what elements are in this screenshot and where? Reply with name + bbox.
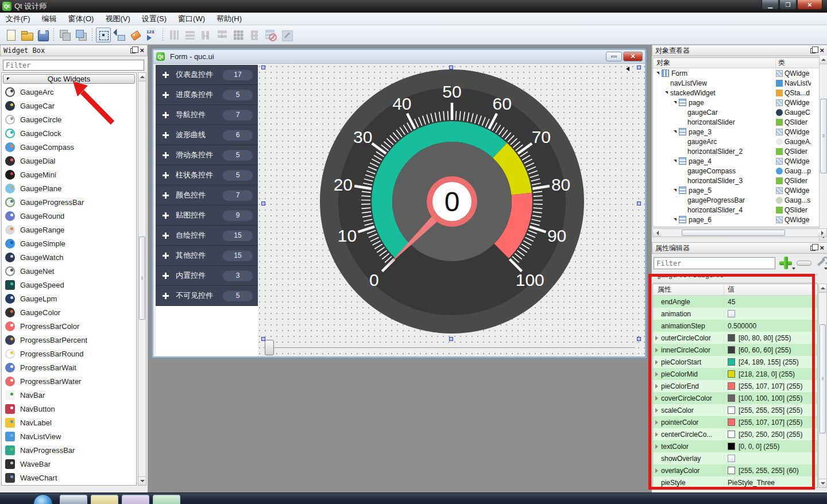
property-value-cell[interactable]: [255, 107, 107] (255) (724, 418, 817, 427)
tree-row[interactable]: horizontalSlider_3QSlider (653, 176, 826, 185)
tree-row[interactable]: page_3QWidge (653, 127, 826, 137)
widget-item[interactable]: ProgressBarPercent (2, 333, 136, 347)
nav-listview-widget[interactable]: 仪表盘控件17进度条控件5导航控件7波形曲线6滑动条控件5柱状条控件5颜色控件7… (156, 65, 258, 356)
nav-item[interactable]: 不可见控件5 (156, 286, 258, 306)
edit-widgets-icon[interactable] (96, 28, 111, 42)
widget-item[interactable]: GaugeMini (2, 168, 136, 181)
break-layout-icon[interactable] (263, 28, 278, 42)
restore-button[interactable]: ❐ (779, 0, 797, 10)
widget-item[interactable]: NavProgressBar (2, 443, 136, 457)
layout-grid-icon[interactable] (231, 28, 246, 42)
expander-icon[interactable] (655, 420, 658, 425)
widget-item[interactable]: WaveBar (2, 457, 136, 471)
expander-icon[interactable] (655, 396, 658, 401)
expander-icon[interactable] (655, 336, 658, 340)
widget-item[interactable]: GaugeColor (2, 305, 136, 319)
expander-icon[interactable] (655, 432, 658, 437)
configure-wrench-icon[interactable] (815, 256, 826, 267)
float-panel-icon[interactable] (810, 48, 816, 53)
form-titlebar[interactable]: Qt Form - quc.ui ✕ (153, 50, 645, 64)
expander-icon[interactable] (655, 372, 658, 377)
widget-item[interactable]: NavListView (2, 429, 136, 443)
property-row[interactable]: showOverlay (653, 452, 817, 464)
property-value-cell[interactable]: 0.500000 (724, 322, 817, 330)
tree-row[interactable]: gaugeProgressBarGaug...s (653, 195, 826, 205)
minimize-button[interactable]: ▁ (762, 0, 779, 10)
property-vscrollbar[interactable] (818, 284, 827, 488)
form-close-button[interactable]: ✕ (623, 52, 643, 61)
scroll-up-icon[interactable] (820, 56, 827, 64)
menu-item-0[interactable]: 文件(F) (0, 13, 36, 25)
nav-item[interactable]: 进度条控件5 (156, 85, 258, 105)
menu-item-6[interactable]: 帮助(H) (211, 13, 248, 25)
tree-row[interactable]: horizontalSliderQSlider (653, 117, 826, 127)
widget-item[interactable]: GaugeArc (2, 85, 136, 99)
widget-item[interactable]: GaugeCircle (2, 113, 136, 126)
selection-handle-icon[interactable] (261, 337, 265, 341)
column-value[interactable]: 值 (724, 285, 817, 294)
horizontal-slider-groove[interactable] (263, 347, 635, 348)
menu-item-4[interactable]: 设置(S) (136, 13, 172, 25)
expander-icon[interactable] (655, 384, 658, 389)
close-panel-icon[interactable]: × (820, 48, 824, 53)
widget-item[interactable]: GaugeDial (2, 154, 136, 168)
expander-icon[interactable] (674, 130, 677, 133)
widget-item[interactable]: GaugeCompass (2, 140, 136, 154)
tree-row[interactable]: navListViewNavListV (653, 78, 826, 88)
taskbar-app-button[interactable] (153, 495, 180, 504)
property-value-cell[interactable] (724, 310, 817, 317)
tree-row[interactable]: gaugeCarGaugeC... (653, 107, 826, 117)
widget-item[interactable]: ProgressBarRound (2, 347, 136, 360)
inspector-hscrollbar[interactable] (652, 228, 827, 237)
nav-item[interactable]: 颜色控件7 (156, 185, 258, 206)
property-row[interactable]: innerCircleColor[60, 60, 60] (255) (653, 344, 817, 356)
taskbar-app-button[interactable] (91, 495, 118, 504)
scroll-thumb[interactable] (820, 324, 826, 433)
edit-signals-slots-icon[interactable] (112, 28, 127, 42)
menu-item-3[interactable]: 视图(V) (99, 13, 136, 25)
tree-row[interactable]: pageQWidge (653, 98, 826, 107)
property-value-cell[interactable]: 45 (724, 298, 817, 306)
menu-item-2[interactable]: 窗体(O) (63, 13, 100, 25)
widget-item[interactable]: GaugeNet (2, 264, 136, 278)
close-panel-icon[interactable]: × (140, 48, 144, 53)
taskbar-app-button[interactable] (60, 495, 87, 504)
form-canvas[interactable]: 仪表盘控件17进度条控件5导航控件7波形曲线6滑动条控件5柱状条控件5颜色控件7… (153, 64, 645, 356)
scroll-up-icon[interactable] (138, 73, 146, 82)
widget-box-filter-input[interactable] (3, 60, 144, 71)
property-value-cell[interactable]: [80, 80, 80] (255) (724, 334, 817, 342)
checkbox[interactable] (728, 455, 735, 462)
send-backward-icon[interactable] (57, 28, 72, 42)
configure-dropdown-icon[interactable] (824, 267, 827, 270)
property-value-cell[interactable]: [218, 218, 0] (255) (724, 370, 817, 378)
taskbar-app-button[interactable] (122, 495, 149, 504)
property-row[interactable]: pieColorMid[218, 218, 0] (255) (653, 368, 817, 380)
property-row[interactable]: outerCircleColor[80, 80, 80] (255) (653, 332, 817, 344)
tree-row[interactable]: page_4QWidge (653, 156, 826, 166)
nav-item[interactable]: 贴图控件9 (156, 206, 258, 226)
close-panel-icon[interactable]: × (820, 245, 824, 251)
scroll-thumb[interactable] (820, 99, 827, 173)
nav-item[interactable]: 仪表盘控件17 (156, 65, 258, 85)
widget-group-header[interactable]: Quc Widgets (3, 74, 135, 84)
widget-item[interactable]: ProgressBarWater (2, 374, 136, 388)
scroll-thumb[interactable] (139, 237, 145, 320)
property-value-cell[interactable] (724, 455, 817, 462)
widget-item[interactable]: ProgressBarWait (2, 360, 136, 374)
property-filter-input[interactable] (654, 257, 775, 269)
start-orb-icon[interactable] (33, 494, 53, 504)
property-row[interactable]: animation (653, 308, 817, 320)
nav-item[interactable]: 内置控件3 (156, 266, 258, 286)
form-minimize-button[interactable] (606, 52, 622, 61)
property-row[interactable]: endAngle45 (653, 296, 817, 308)
property-row[interactable]: overlayColor[255, 255, 255] (60) (653, 464, 817, 476)
tree-row[interactable]: gaugeCompassGaug...p (653, 166, 826, 176)
expander-icon[interactable] (655, 408, 658, 413)
property-row[interactable]: pieStylePieStyle_Three (653, 476, 817, 488)
property-row[interactable]: coverCircleColor[100, 100, 100] (255) (653, 392, 817, 404)
property-row[interactable]: textColor[0, 0, 0] (255) (653, 440, 817, 452)
scroll-up-icon[interactable] (819, 284, 826, 293)
scroll-down-icon[interactable] (138, 476, 146, 485)
expander-icon[interactable] (674, 160, 677, 162)
property-value-cell[interactable]: [255, 255, 255] (60) (724, 467, 817, 475)
